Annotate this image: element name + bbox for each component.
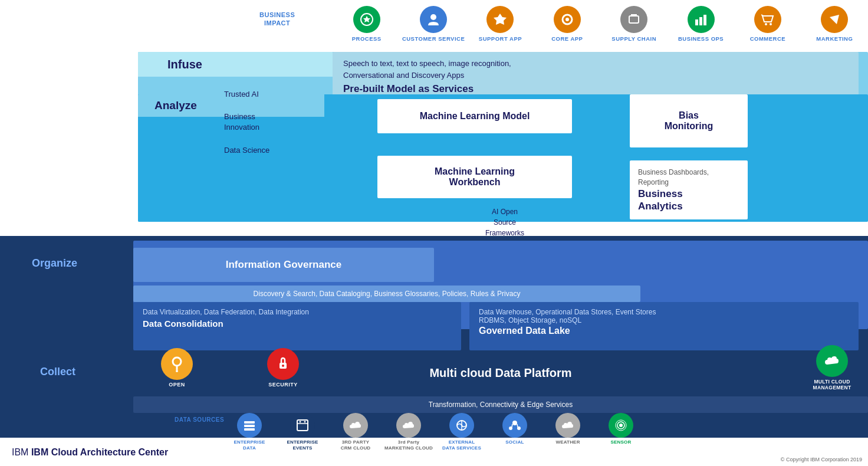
svg-point-19	[304, 421, 306, 423]
data-science-label: Data Science	[224, 146, 269, 155]
top-icons-row: PROCESS CUSTOMER SERVICE SUPPORT APP COR…	[333, 0, 868, 44]
info-gov-title: Information Governance	[226, 259, 341, 271]
infuse-header: Infuse	[138, 52, 333, 77]
svg-point-10	[173, 357, 181, 366]
business-impact-label: BUSINESS IMPACT	[259, 11, 295, 28]
svg-rect-15	[244, 425, 255, 427]
process-icon	[353, 6, 380, 33]
svg-rect-5	[695, 19, 698, 25]
ibm-logo-text: IBM Cloud Architecture Center	[31, 447, 168, 457]
enterprise-events-label: ENTERPRISE EVENTS	[287, 439, 318, 451]
collect-label: Collect	[40, 366, 75, 378]
business-analytics-box: Business Dashboards, Reporting Business …	[630, 160, 748, 219]
svg-point-3	[565, 18, 569, 21]
commerce-icon	[754, 6, 781, 33]
core-app-label: CORE APP	[551, 35, 583, 42]
svg-rect-16	[244, 428, 255, 431]
marketing-cloud-label: 3rd Party MARKETING CLOUD	[384, 439, 433, 451]
data-lake-box: Data Warehouse, Operational Data Stores,…	[469, 302, 859, 350]
ml-model-box: Machine Learning Model	[377, 99, 572, 133]
process-label: PROCESS	[352, 35, 382, 42]
external-data-icon	[449, 413, 474, 438]
supply-chain-label: SUPPLY CHAIN	[611, 35, 656, 42]
core-app-icon	[554, 6, 581, 33]
external-data-icon-group: EXTERNAL DATA SERVICES	[436, 413, 487, 451]
svg-point-18	[300, 421, 301, 423]
data-lake-title: Governed Data Lake	[479, 326, 849, 336]
support-app-icon	[486, 6, 514, 33]
ml-model-title: Machine Learning Model	[420, 111, 530, 122]
open-icon-group: OPEN	[153, 348, 200, 388]
enterprise-events-icon	[290, 413, 315, 438]
data-consol-box: Data Virtualization, Data Federation, Da…	[133, 302, 461, 350]
crm-cloud-icon	[343, 413, 368, 438]
svg-point-13	[282, 365, 284, 367]
social-icon-group: SOCIAL	[489, 413, 540, 451]
top-icon-core-app: CORE APP	[534, 2, 600, 42]
weather-icon	[555, 413, 580, 438]
business-impact-text: BUSINESS IMPACT	[259, 11, 295, 27]
business-ops-label: BUSINESS OPS	[678, 35, 724, 42]
enterprise-events-icon-group: ENTERPRISE EVENTS	[277, 413, 328, 451]
ibm-logo: IBM IBM Cloud Architecture Center	[12, 447, 168, 458]
multicloud-mgmt-icon-group: MULTI CLOUD MANAGEMENT	[805, 345, 859, 390]
customer-service-icon	[420, 6, 447, 33]
security-icon-group: SECURITY	[259, 348, 307, 388]
supply-chain-icon	[620, 6, 647, 33]
ml-workbench-box: Machine Learning Workbench	[377, 156, 572, 198]
business-ops-icon	[688, 6, 715, 33]
business-innovation-label: Business Innovation	[224, 111, 269, 133]
trusted-ai-label: Trusted AI	[224, 90, 269, 99]
crm-cloud-icon-group: 3RD PARTY CRM CLOUD	[330, 413, 381, 451]
security-icon	[267, 348, 299, 380]
social-icon	[502, 413, 527, 438]
support-app-label: SUPPORT APP	[479, 35, 522, 42]
multicloud-mgmt-label: MULTI CLOUD MANAGEMENT	[813, 379, 851, 390]
data-sources-label: DATA SOURCES	[175, 416, 224, 423]
data-consol-small: Data Virtualization, Data Federation, Da…	[143, 308, 452, 316]
svg-rect-7	[703, 15, 706, 25]
svg-point-8	[765, 23, 767, 25]
prebuilt-small-text: Speech to text, text to speech, image re…	[343, 58, 848, 81]
left-sub-labels: Trusted AI Business Innovation Data Scie…	[224, 90, 269, 155]
weather-icon-group: WEATHER	[542, 413, 593, 451]
top-icon-process: PROCESS	[333, 2, 400, 42]
info-gov-box: Information Governance	[133, 248, 434, 282]
top-icon-business-ops: BUSINESS OPS	[668, 2, 734, 42]
commerce-label: COMMERCE	[750, 35, 785, 42]
sensor-icon-group: SENSOR	[596, 413, 646, 451]
marketing-icon	[821, 6, 848, 33]
weather-label: WEATHER	[555, 439, 580, 445]
transform-text: Transformation, Connectivity & Edge Serv…	[429, 401, 573, 409]
security-label: SECURITY	[268, 382, 298, 388]
svg-point-9	[770, 23, 772, 25]
svg-point-1	[430, 14, 436, 20]
transform-band: Transformation, Connectivity & Edge Serv…	[133, 396, 868, 413]
analyze-label: Analyze	[138, 99, 197, 112]
sensor-icon	[609, 413, 633, 438]
prebuilt-title: Pre-built Model as Services	[343, 83, 848, 95]
open-icon	[161, 348, 193, 380]
svg-rect-14	[244, 421, 255, 424]
top-icon-customer-service: CUSTOMER SERVICE	[400, 2, 466, 42]
sensor-label: SENSOR	[611, 439, 632, 445]
data-lake-small: Data Warehouse, Operational Data Stores,…	[479, 308, 849, 324]
top-icon-marketing: MARKETING	[801, 2, 868, 42]
bias-monitoring-box: Bias Monitoring	[630, 94, 748, 147]
crm-cloud-label: 3RD PARTY CRM CLOUD	[341, 439, 371, 451]
business-analytics-title: Business Analytics	[638, 188, 683, 212]
marketing-cloud-icon-group: 3rd Party MARKETING CLOUD	[383, 413, 434, 451]
svg-rect-4	[629, 16, 639, 23]
top-icon-supply-chain: SUPPLY CHAIN	[601, 2, 668, 42]
enterprise-data-icon-group: ENTERPRISE DATA	[224, 413, 275, 451]
multicloud-platform: Multi cloud Data Platform	[133, 350, 868, 395]
organize-label: Organize	[32, 257, 77, 270]
svg-point-11	[176, 370, 178, 372]
enterprise-data-icon	[237, 413, 262, 438]
business-analytics-small: Business Dashboards, Reporting	[638, 168, 709, 188]
multicloud-title: Multi cloud Data Platform	[429, 366, 571, 380]
external-data-label: EXTERNAL DATA SERVICES	[442, 439, 481, 451]
bottom-icons-row: ENTERPRISE DATA ENTERPRISE EVENTS 3RD PA…	[224, 413, 646, 451]
enterprise-data-label: ENTERPRISE DATA	[234, 439, 265, 451]
marketing-cloud-icon	[396, 413, 421, 438]
